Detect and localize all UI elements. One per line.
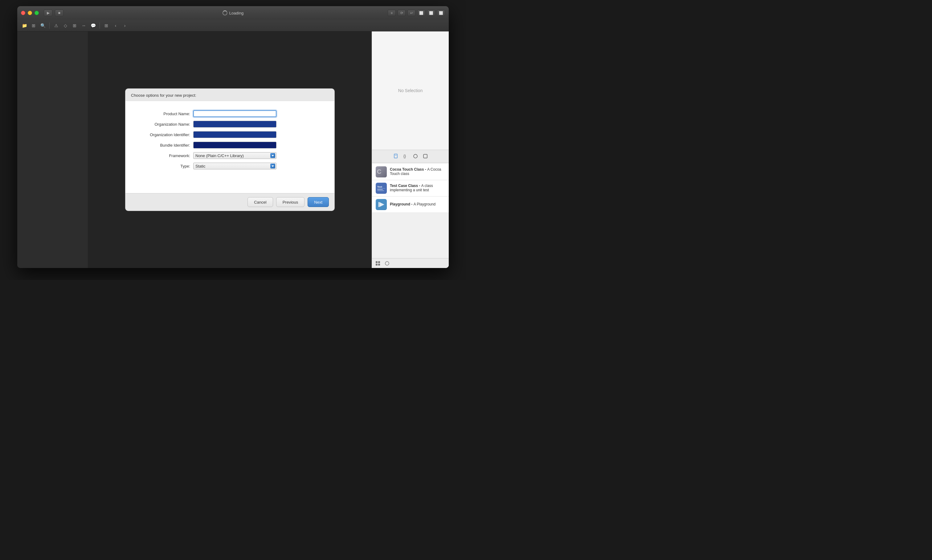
comment-icon[interactable]: 💬 [89, 22, 97, 29]
cocoa-touch-name: Cocoa Touch Class - A Cocoa Touch class [390, 167, 445, 176]
svg-text:Test: Test [377, 185, 382, 188]
svg-rect-11 [377, 190, 384, 191]
toolbar: 📁 ⊞ 🔍 ⚠ ◇ ⊞ ↔ 💬 ⊞ ‹ › [17, 20, 449, 31]
circle-template-btn[interactable] [412, 152, 419, 160]
right-panel-bottom-bar [372, 258, 449, 268]
cancel-button[interactable]: Cancel [248, 197, 273, 207]
prev-icon[interactable]: ‹ [112, 22, 120, 29]
file-template-btn[interactable] [392, 152, 399, 160]
organization-name-input[interactable] [193, 121, 276, 128]
warning-icon[interactable]: ⚠ [52, 22, 60, 29]
sidebar-toggle-button[interactable]: ≡ [388, 10, 396, 16]
stop-button[interactable]: ■ [55, 9, 63, 16]
organization-identifier-label: Organization Identifier: [138, 132, 193, 137]
framework-label: Framework: [138, 154, 193, 158]
play-button[interactable]: ▶ [44, 9, 52, 16]
inspector-toggle-button[interactable]: ⬜ [437, 10, 445, 16]
template-list: C Cocoa Touch Class - A Cocoa Touch clas… [372, 163, 449, 258]
framework-select[interactable]: None (Plain C/C++ Library) Foundation Ap… [193, 152, 276, 159]
modal-overlay: Choose options for your new project: Pro… [88, 31, 372, 268]
circle-view-btn[interactable] [384, 260, 390, 267]
right-panel-top: No Selection [372, 31, 449, 150]
product-name-label: Product Name: [138, 111, 193, 116]
grid2-icon[interactable]: ⊞ [102, 22, 110, 29]
folder-icon[interactable]: 📁 [20, 22, 28, 29]
organization-name-label: Organization Name: [138, 122, 193, 126]
minimize-button[interactable] [28, 11, 32, 15]
organization-identifier-row: Organization Identifier: [138, 131, 322, 138]
svg-rect-18 [378, 264, 380, 266]
svg-text:C: C [377, 168, 381, 175]
titlebar-right: ≡ ⟳ ↩ ⬜ ⬜ ⬜ [388, 10, 445, 16]
grid-view-btn[interactable] [374, 260, 381, 267]
type-row: Type: Static Dynamic [138, 163, 322, 169]
cocoa-touch-icon: C [376, 166, 387, 177]
window-title: Loading [229, 11, 243, 15]
bundle-identifier-label: Bundle Identifier: [138, 143, 193, 148]
organization-name-row: Organization Name: [138, 121, 322, 128]
main-window: ▶ ■ Loading ≡ ⟳ ↩ ⬜ ⬜ ⬜ 📁 ⊞ 🔍 ⚠ ◇ ⊞ ↔ 💬 … [17, 6, 449, 268]
svg-rect-17 [376, 264, 377, 266]
next-icon[interactable]: › [121, 22, 129, 29]
diamond-icon[interactable]: ◇ [61, 22, 69, 29]
code-template-btn[interactable]: {} [402, 152, 409, 160]
list-icon[interactable]: ⊞ [71, 22, 79, 29]
bundle-identifier-row: Bundle Identifier: [138, 142, 322, 148]
template-item-cocoa-touch[interactable]: C Cocoa Touch Class - A Cocoa Touch clas… [372, 164, 449, 180]
svg-rect-10 [377, 189, 383, 190]
test-case-info: Test Case Class - A class implementing a… [390, 184, 445, 193]
template-item-test-case[interactable]: Test Test Case Class - A class implement… [372, 180, 449, 197]
modal-footer: Cancel Previous Next [125, 193, 335, 211]
back-button[interactable]: ↩ [407, 10, 416, 16]
svg-rect-4 [424, 154, 427, 158]
framework-select-wrapper: None (Plain C/C++ Library) Foundation Ap… [193, 152, 276, 159]
traffic-lights [21, 11, 39, 15]
cocoa-touch-info: Cocoa Touch Class - A Cocoa Touch class [390, 167, 445, 177]
grid-icon[interactable]: ⊞ [29, 22, 38, 29]
product-name-input[interactable] [193, 110, 276, 117]
main-content: Choose options for your new project: Pro… [17, 31, 449, 268]
type-select-wrapper: Static Dynamic [193, 163, 276, 169]
playground-icon [376, 199, 387, 210]
sidebar [17, 31, 88, 268]
refresh-button[interactable]: ⟳ [397, 10, 405, 16]
modal-body: Product Name: Organization Name: Organiz… [125, 101, 335, 193]
right-panel-bottom: {} [372, 150, 449, 268]
test-case-icon: Test [376, 183, 387, 194]
playground-info: Playground - A Playground [390, 202, 436, 207]
search-icon[interactable]: 🔍 [39, 22, 47, 29]
titlebar-center: Loading [222, 11, 243, 15]
svg-rect-16 [378, 261, 380, 263]
svg-point-19 [385, 262, 389, 265]
toolbar-separator-2 [100, 23, 100, 29]
link-icon[interactable]: ↔ [80, 22, 88, 29]
no-selection-text: No Selection [398, 88, 422, 93]
product-name-row: Product Name: [138, 110, 322, 117]
close-button[interactable] [21, 11, 25, 15]
bundle-identifier-input[interactable] [193, 142, 276, 148]
type-select[interactable]: Static Dynamic [193, 163, 276, 169]
center-area: Choose options for your new project: Pro… [88, 31, 372, 268]
svg-rect-15 [376, 261, 377, 263]
loading-spinner [222, 11, 228, 15]
right-panel: No Selection {} [372, 31, 449, 268]
navigator-toggle-button[interactable]: ⬜ [417, 10, 425, 16]
svg-text:{}: {} [404, 154, 406, 158]
square-template-btn[interactable] [422, 152, 429, 160]
right-panel-toolbar: {} [372, 150, 449, 163]
maximize-button[interactable] [34, 11, 39, 15]
svg-rect-0 [394, 154, 397, 158]
svg-rect-9 [377, 188, 385, 189]
playground-name: Playground - A Playground [390, 202, 436, 206]
previous-button[interactable]: Previous [276, 197, 305, 207]
svg-point-3 [414, 154, 417, 158]
assistant-toggle-button[interactable]: ⬜ [427, 10, 435, 16]
modal-title: Choose options for your new project: [131, 93, 196, 98]
next-button[interactable]: Next [308, 197, 329, 207]
modal-header: Choose options for your new project: [125, 88, 335, 101]
titlebar-controls: ▶ ■ [44, 9, 63, 16]
titlebar: ▶ ■ Loading ≡ ⟳ ↩ ⬜ ⬜ ⬜ [17, 6, 449, 20]
organization-identifier-input[interactable] [193, 131, 276, 138]
template-item-playground[interactable]: Playground - A Playground [372, 197, 449, 213]
test-case-name: Test Case Class - A class implementing a… [390, 184, 445, 192]
